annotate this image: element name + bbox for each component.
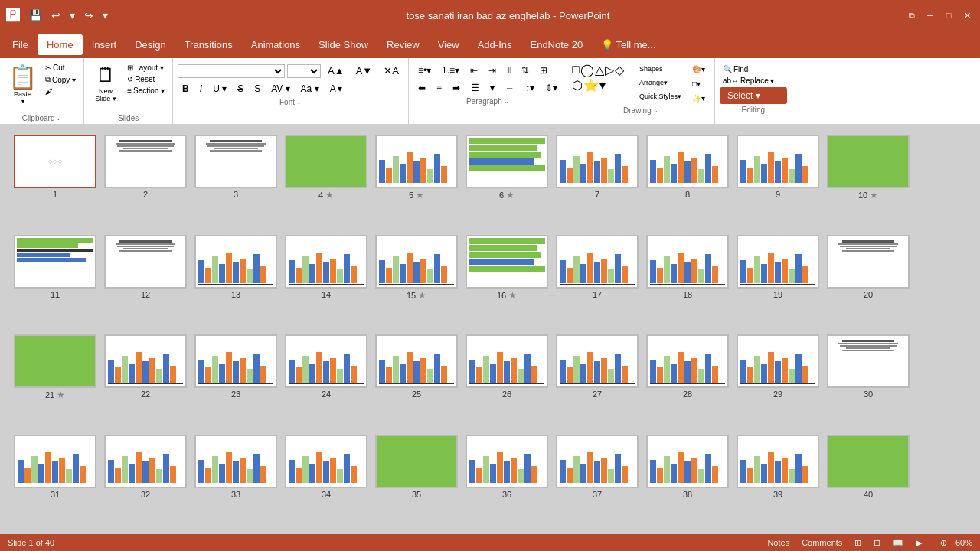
format-painter-button[interactable]: 🖌	[42, 86, 79, 96]
slide-thumbnail-37[interactable]	[556, 435, 639, 488]
shape-1[interactable]: □	[572, 63, 580, 77]
shape-outline-button[interactable]: □▾	[688, 77, 710, 90]
increase-indent-button[interactable]: ⇥	[484, 63, 501, 78]
slide-thumb[interactable]: 8	[645, 135, 730, 227]
slide-thumb[interactable]: 16★	[464, 235, 550, 328]
shape-expand[interactable]: ▾	[599, 78, 606, 93]
customize-button[interactable]: ▾	[100, 8, 111, 23]
columns-button[interactable]: ⫴	[502, 63, 515, 78]
slide-thumbnail-23[interactable]	[194, 334, 277, 388]
slide-thumb[interactable]: ◇ ◇ ◇1	[12, 135, 98, 227]
shape-5[interactable]: ◇	[615, 63, 624, 77]
shape-7[interactable]: ⭐	[583, 78, 599, 93]
shape-fill-button[interactable]: 🎨▾	[688, 63, 710, 76]
restore-button[interactable]: ⧉	[905, 8, 919, 22]
view-reading[interactable]: 📖	[893, 538, 903, 548]
slide-thumbnail-8[interactable]	[646, 135, 729, 188]
slide-thumbnail-17[interactable]	[556, 235, 639, 289]
slide-thumb[interactable]: 14	[283, 235, 369, 328]
slide-thumb[interactable]: 30	[825, 334, 911, 427]
line-spacing-button[interactable]: ↕▾	[521, 80, 539, 96]
view-normal[interactable]: ⊞	[854, 538, 861, 548]
close-button[interactable]: ✕	[960, 8, 974, 22]
slide-thumbnail-3[interactable]	[194, 135, 277, 188]
menu-file[interactable]: File	[3, 34, 38, 55]
slide-thumbnail-34[interactable]	[285, 435, 368, 488]
slide-thumb[interactable]: 18	[645, 235, 730, 328]
font-family-select[interactable]	[178, 64, 285, 78]
shapes-label[interactable]: Shapes	[635, 63, 686, 75]
slide-thumbnail-28[interactable]	[646, 334, 729, 388]
slide-thumbnail-6[interactable]	[466, 135, 548, 188]
slide-thumb[interactable]: 2	[103, 135, 188, 227]
slide-thumb[interactable]: 11	[12, 235, 98, 328]
slide-thumb[interactable]: 5★	[374, 135, 459, 227]
decrease-indent-button[interactable]: ⇤	[466, 63, 482, 78]
menu-review[interactable]: Review	[377, 34, 429, 55]
slide-thumb[interactable]: 22	[103, 334, 188, 427]
menu-design[interactable]: Design	[126, 34, 175, 55]
slide-thumbnail-10[interactable]	[827, 135, 910, 188]
bold-button[interactable]: B	[178, 81, 194, 96]
font-expand[interactable]: ⌄	[296, 99, 302, 106]
underline-button[interactable]: U ▾	[208, 81, 231, 96]
slide-thumbnail-24[interactable]	[285, 334, 368, 388]
bullets-button[interactable]: ≡•▾	[413, 63, 436, 78]
menu-slideshow[interactable]: Slide Show	[309, 34, 377, 55]
para-expand[interactable]: ⌄	[504, 98, 509, 105]
slide-thumbnail-21[interactable]	[14, 334, 96, 388]
slide-thumbnail-36[interactable]	[466, 435, 548, 488]
smart-art-button[interactable]: ⊞	[535, 63, 552, 78]
minimize-button[interactable]: ─	[923, 8, 937, 22]
maximize-button[interactable]: □	[942, 8, 956, 22]
slide-thumbnail-9[interactable]	[737, 135, 819, 188]
arrange-button[interactable]: Arrange▾	[635, 77, 686, 89]
slide-thumbnail-22[interactable]	[104, 334, 187, 388]
shadow-button[interactable]: S	[250, 81, 265, 96]
slide-thumbnail-30[interactable]	[827, 334, 910, 388]
slide-thumbnail-33[interactable]	[194, 435, 277, 488]
slide-thumbnail-5[interactable]	[375, 135, 458, 188]
slide-thumbnail-20[interactable]	[827, 235, 910, 289]
slide-thumb[interactable]: 31	[12, 435, 98, 526]
slide-thumbnail-11[interactable]	[14, 235, 96, 289]
menu-transitions[interactable]: Transitions	[175, 34, 242, 55]
section-button[interactable]: ≡Section ▾	[124, 86, 168, 96]
char-spacing-button[interactable]: AV ▾	[266, 81, 294, 96]
view-presenter[interactable]: ▶	[916, 538, 922, 548]
slide-thumb[interactable]: 20	[825, 235, 911, 328]
slide-thumbnail-2[interactable]	[104, 135, 187, 188]
clipboard-expand[interactable]: ⌄	[56, 115, 61, 122]
menu-insert[interactable]: Insert	[83, 34, 126, 55]
slide-thumbnail-39[interactable]	[737, 435, 819, 488]
slide-thumb[interactable]: 13	[193, 235, 279, 328]
notes-button[interactable]: Notes	[767, 538, 789, 547]
change-case-button[interactable]: Aa ▾	[296, 81, 324, 96]
slide-thumbnail-4[interactable]	[285, 135, 368, 188]
undo-dropdown[interactable]: ▾	[67, 8, 78, 23]
strikethrough-button[interactable]: S	[233, 81, 248, 96]
align-left-button[interactable]: ⬅	[413, 80, 430, 96]
slide-thumbnail-12[interactable]	[104, 235, 187, 289]
slide-thumb[interactable]: 37	[554, 435, 640, 526]
menu-endnote[interactable]: EndNote 20	[521, 34, 592, 55]
slide-thumb[interactable]: 9	[735, 135, 821, 227]
shape-2[interactable]: ◯	[580, 63, 594, 77]
slide-thumb[interactable]: 27	[554, 334, 640, 427]
justify-button[interactable]: ☰	[466, 80, 484, 96]
text-direction-button[interactable]: ⇅	[517, 63, 534, 78]
slide-thumbnail-40[interactable]	[827, 435, 910, 488]
slide-thumb[interactable]: 25	[374, 334, 459, 427]
slide-thumbnail-15[interactable]	[375, 235, 458, 289]
slide-thumb[interactable]: 24	[283, 334, 369, 427]
increase-font-button[interactable]: A▲	[323, 63, 349, 79]
slide-thumbnail-32[interactable]	[104, 435, 187, 488]
zoom-slider[interactable]: ─⊕─ 60%	[934, 538, 972, 548]
undo-button[interactable]: ↩	[48, 8, 64, 23]
slide-thumbnail-29[interactable]	[737, 334, 819, 388]
slide-thumb[interactable]: 6★	[464, 135, 550, 227]
slide-thumb[interactable]: 35	[374, 435, 459, 526]
slide-thumbnail-26[interactable]	[466, 334, 548, 388]
slide-thumb[interactable]: 36	[464, 435, 550, 526]
rtl-button[interactable]: ←	[501, 80, 519, 96]
